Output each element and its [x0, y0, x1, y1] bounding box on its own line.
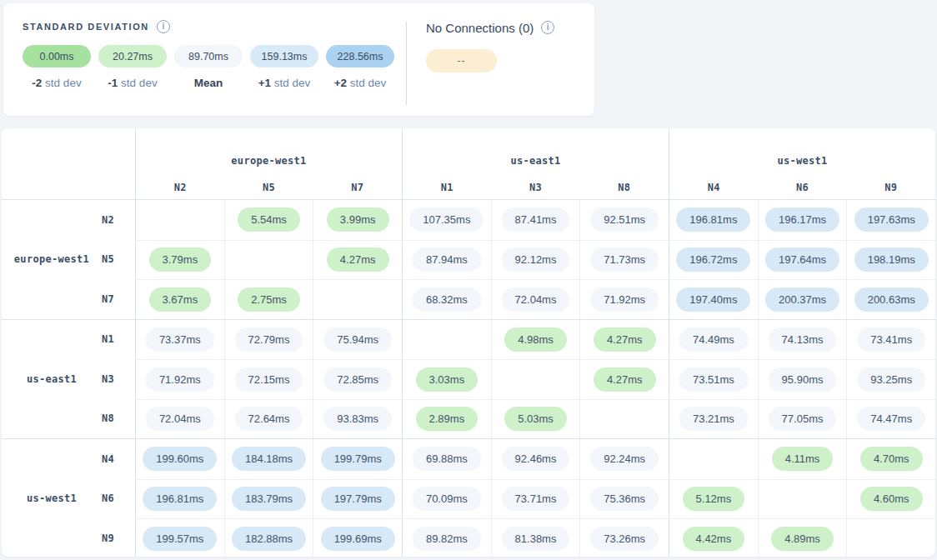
latency-pill[interactable]: 199.57ms [143, 527, 217, 551]
latency-pill[interactable]: 200.63ms [854, 288, 929, 312]
latency-pill[interactable]: 184.18ms [232, 447, 306, 471]
latency-pill[interactable]: 75.36ms [590, 487, 659, 511]
latency-pill[interactable]: 4.98ms [504, 328, 567, 352]
latency-pill[interactable]: 73.41ms [857, 328, 925, 352]
latency-pill[interactable]: 196.17ms [765, 208, 839, 232]
latency-pill[interactable]: 69.88ms [413, 447, 481, 471]
latency-pill[interactable]: 199.60ms [143, 447, 217, 471]
latency-pill[interactable]: 93.83ms [323, 407, 392, 431]
latency-pill[interactable]: 183.79ms [232, 487, 306, 511]
latency-pill[interactable]: 199.79ms [321, 447, 395, 471]
latency-cell: 74.47ms [846, 400, 935, 439]
latency-pill[interactable]: 87.94ms [413, 248, 481, 272]
latency-pill[interactable]: 197.40ms [676, 288, 750, 312]
latency-pill[interactable]: 72.85ms [323, 368, 392, 392]
latency-pill[interactable]: 196.72ms [676, 248, 750, 272]
latency-cell: 71.73ms [579, 241, 669, 280]
latency-pill[interactable]: 74.49ms [679, 328, 748, 352]
latency-pill[interactable]: 73.51ms [679, 368, 748, 392]
page: STANDARD DEVIATION i 0.00ms20.27ms89.70m… [0, 0, 937, 560]
latency-pill[interactable]: 89.82ms [413, 527, 481, 551]
latency-pill[interactable]: 4.11ms [772, 447, 834, 471]
latency-pill[interactable]: 197.63ms [854, 208, 929, 232]
latency-pill[interactable]: 199.69ms [321, 527, 395, 551]
divider [406, 22, 407, 105]
latency-pill[interactable]: 73.37ms [146, 328, 214, 352]
latency-pill[interactable]: 198.19ms [854, 248, 929, 272]
latency-pill[interactable]: 92.12ms [502, 248, 570, 272]
latency-pill[interactable]: 2.75ms [238, 288, 300, 312]
latency-pill[interactable]: 87.41ms [502, 208, 570, 232]
latency-cell: 3.67ms [135, 280, 224, 319]
latency-pill[interactable]: 72.04ms [502, 288, 570, 312]
latency-pill[interactable]: 107.35ms [409, 208, 484, 232]
latency-pill[interactable]: 2.89ms [416, 407, 479, 431]
latency-pill[interactable]: 72.79ms [235, 328, 303, 352]
latency-cell: 73.41ms [846, 320, 935, 360]
latency-pill[interactable]: 197.79ms [321, 487, 395, 511]
latency-pill[interactable]: 74.47ms [857, 407, 925, 431]
latency-pill[interactable]: 4.89ms [771, 527, 834, 551]
no-connections-title: No Connections (0) [426, 21, 534, 35]
matrix-header-spacer [2, 128, 135, 199]
latency-pill[interactable]: 4.27ms [594, 368, 656, 392]
latency-pill[interactable]: 197.64ms [765, 248, 839, 272]
latency-pill[interactable]: 74.13ms [769, 328, 837, 352]
latency-pill[interactable]: 3.03ms [416, 368, 479, 392]
latency-cell: 73.21ms [669, 400, 758, 439]
legend-labels: -2 std dev-1 std devMean+1 std dev+2 std… [23, 77, 406, 89]
latency-pill[interactable]: 3.79ms [149, 248, 212, 272]
latency-pill[interactable]: 73.71ms [502, 487, 570, 511]
row-node-label: N6 [102, 492, 114, 504]
latency-pill[interactable]: 5.03ms [504, 407, 567, 431]
latency-pill[interactable]: 72.04ms [146, 407, 214, 431]
latency-pill[interactable]: 4.27ms [594, 328, 656, 352]
latency-pill[interactable]: 92.24ms [590, 447, 659, 471]
latency-pill[interactable]: 196.81ms [143, 487, 217, 511]
latency-cell [135, 200, 224, 240]
latency-pill[interactable]: 182.88ms [232, 527, 306, 551]
latency-pill[interactable]: 4.60ms [860, 487, 923, 511]
latency-pill[interactable]: 196.81ms [676, 208, 750, 232]
latency-pill[interactable]: 92.51ms [590, 208, 659, 232]
latency-pill[interactable]: 77.05ms [769, 407, 837, 431]
no-connections-legend: No Connections (0) i -- [406, 3, 594, 116]
latency-pill[interactable]: 200.37ms [765, 288, 839, 312]
latency-pill[interactable]: 75.94ms [323, 328, 392, 352]
legend-label: -2 std dev [23, 77, 91, 89]
latency-cell: 197.40ms [669, 280, 758, 319]
latency-pill[interactable]: 73.21ms [679, 407, 748, 431]
latency-cell: 71.92ms [579, 280, 669, 319]
latency-pill[interactable]: 81.38ms [502, 527, 570, 551]
info-icon[interactable]: i [541, 21, 554, 34]
latency-cell [758, 480, 847, 519]
column-node-label: N6 [796, 182, 809, 193]
latency-pill[interactable]: 5.54ms [238, 208, 300, 232]
latency-pill[interactable]: 4.70ms [860, 447, 923, 471]
latency-pill[interactable]: 71.92ms [590, 288, 659, 312]
latency-pill[interactable]: 5.12ms [683, 487, 745, 511]
latency-pill[interactable]: 92.46ms [502, 447, 570, 471]
latency-pill[interactable]: 72.15ms [235, 368, 303, 392]
matrix-row: 72.04ms72.64ms93.83ms2.89ms5.03ms73.21ms… [135, 399, 935, 439]
latency-pill[interactable]: 3.99ms [327, 208, 389, 232]
latency-pill[interactable]: 4.27ms [327, 248, 389, 272]
info-icon[interactable]: i [157, 20, 170, 33]
latency-pill[interactable]: 71.73ms [590, 248, 659, 272]
latency-pill[interactable]: 93.25ms [857, 368, 925, 392]
column-nodes: N4N6N9 [669, 176, 935, 199]
latency-pill[interactable]: 3.67ms [149, 288, 212, 312]
latency-pill[interactable]: 70.09ms [413, 487, 481, 511]
latency-cell: 2.89ms [402, 400, 491, 439]
latency-pill[interactable]: 4.42ms [683, 527, 745, 551]
latency-pill[interactable]: 73.26ms [590, 527, 659, 551]
latency-cell: 4.70ms [846, 439, 935, 479]
latency-pill[interactable]: 95.90ms [769, 368, 837, 392]
latency-pill[interactable]: 68.32ms [413, 288, 481, 312]
legend-label: -1 std dev [98, 77, 167, 89]
latency-pill[interactable]: 71.92ms [146, 368, 214, 392]
latency-cell: 92.46ms [491, 439, 580, 479]
latency-cell: 75.36ms [579, 480, 669, 519]
latency-cell [313, 280, 402, 319]
latency-pill[interactable]: 72.64ms [235, 407, 303, 431]
